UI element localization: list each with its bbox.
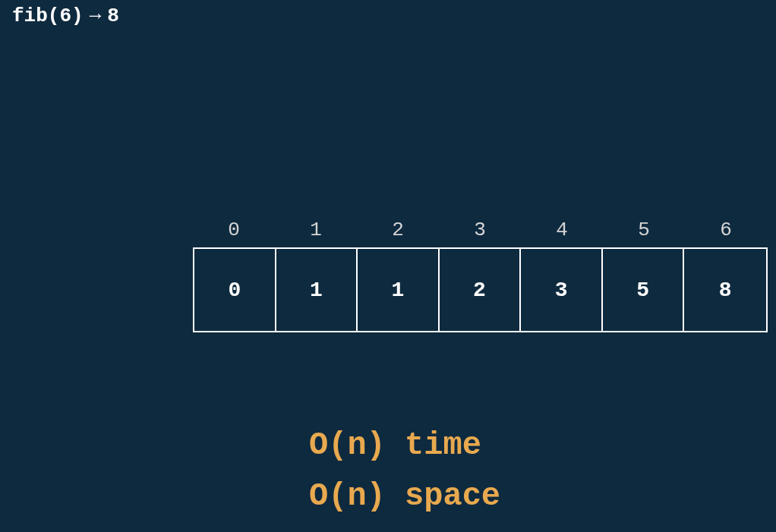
value-cell: 2 bbox=[440, 249, 522, 331]
index-cell: 5 bbox=[603, 219, 685, 247]
time-complexity: O(n) time bbox=[309, 420, 500, 471]
space-complexity: O(n) space bbox=[309, 471, 500, 522]
index-cell: 6 bbox=[685, 219, 767, 247]
value-cell: 0 bbox=[194, 249, 276, 331]
value-cell: 1 bbox=[358, 249, 440, 331]
function-result-text: 8 bbox=[107, 5, 119, 27]
value-cell: 1 bbox=[276, 249, 358, 331]
function-header: fib(6) → 8 bbox=[12, 5, 119, 27]
fibonacci-table: 0 1 2 3 4 5 6 0 1 1 2 3 5 8 bbox=[193, 219, 768, 332]
value-cell: 5 bbox=[603, 249, 685, 331]
arrow-right-icon: → bbox=[90, 5, 102, 27]
index-cell: 3 bbox=[439, 219, 521, 247]
function-call-text: fib(6) bbox=[12, 5, 84, 27]
complexity-analysis: O(n) time O(n) space bbox=[309, 420, 500, 522]
value-row: 0 1 1 2 3 5 8 bbox=[193, 247, 768, 332]
value-cell: 3 bbox=[521, 249, 603, 331]
value-cell: 8 bbox=[684, 249, 766, 331]
index-cell: 0 bbox=[193, 219, 275, 247]
index-cell: 4 bbox=[521, 219, 603, 247]
index-cell: 1 bbox=[275, 219, 357, 247]
index-cell: 2 bbox=[357, 219, 439, 247]
index-row: 0 1 2 3 4 5 6 bbox=[193, 219, 768, 247]
